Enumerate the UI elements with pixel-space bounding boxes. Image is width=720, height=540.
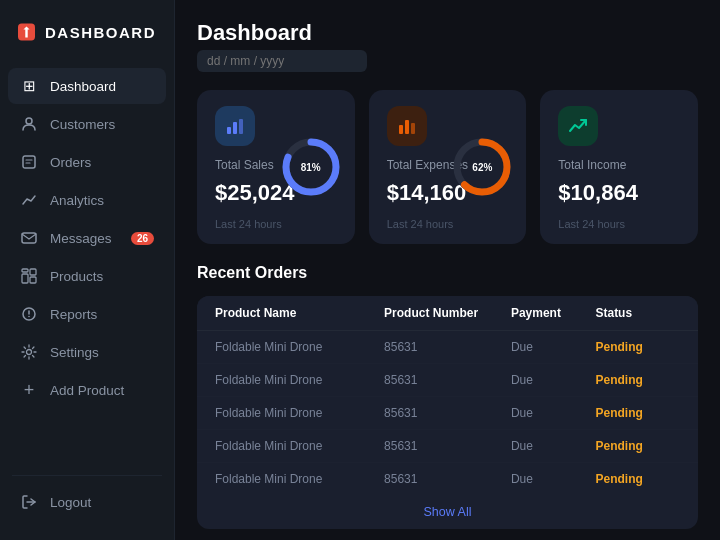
table-row: Foldable Mini Drone 85631 Due Pending [197, 430, 698, 463]
sidebar-item-label: Products [50, 269, 103, 284]
table-row: Foldable Mini Drone 85631 Due Pending [197, 397, 698, 430]
total-sales-footer: Last 24 hours [215, 218, 337, 230]
sidebar-item-customers[interactable]: Customers [8, 106, 166, 142]
total-expenses-donut: 62% [452, 137, 512, 197]
sidebar-item-label: Analytics [50, 193, 104, 208]
recent-orders-section: Recent Orders Product Name Product Numbe… [197, 264, 698, 529]
cell-status: Pending [595, 340, 680, 354]
sidebar-item-dashboard[interactable]: ⊞ Dashboard [8, 68, 166, 104]
sidebar-item-products[interactable]: Products [8, 258, 166, 294]
cell-status: Pending [595, 406, 680, 420]
analytics-icon [20, 191, 38, 209]
table-row: Foldable Mini Drone 85631 Due Pending [197, 331, 698, 364]
total-income-footer: Last 24 hours [558, 218, 680, 230]
cell-status: Pending [595, 373, 680, 387]
table-row: Foldable Mini Drone 85631 Due Pending [197, 364, 698, 397]
orders-icon [20, 153, 38, 171]
products-icon [20, 267, 38, 285]
cell-product-name: Foldable Mini Drone [215, 373, 384, 387]
sidebar-title: DASHBOARD [45, 24, 156, 41]
svg-point-13 [28, 316, 30, 318]
cell-payment: Due [511, 406, 596, 420]
total-expenses-icon-wrap [387, 106, 427, 146]
customers-icon [20, 115, 38, 133]
svg-rect-10 [22, 269, 28, 272]
sidebar-item-label: Reports [50, 307, 97, 322]
bar-chart-icon [224, 115, 246, 137]
total-income-icon-wrap [558, 106, 598, 146]
sidebar-item-label: Orders [50, 155, 91, 170]
svg-rect-8 [30, 269, 36, 275]
page-title: Dashboard [197, 20, 698, 46]
table-row: Foldable Mini Drone 85631 Due Pending [197, 463, 698, 495]
date-input[interactable] [197, 50, 367, 72]
logout-icon [20, 493, 38, 511]
col-product-name: Product Name [215, 306, 384, 320]
svg-rect-7 [22, 274, 28, 283]
sidebar-item-logout[interactable]: Logout [8, 484, 166, 520]
show-all-button[interactable]: Show All [197, 495, 698, 529]
main-header: Dashboard [197, 20, 698, 72]
sidebar-item-orders[interactable]: Orders [8, 144, 166, 180]
card-total-sales: Total Sales $25,024 Last 24 hours 81% [197, 90, 355, 244]
messages-icon [20, 229, 38, 247]
sidebar-item-label: Dashboard [50, 79, 116, 94]
cell-status: Pending [595, 472, 680, 486]
cell-product-name: Foldable Mini Drone [215, 340, 384, 354]
sidebar-item-analytics[interactable]: Analytics [8, 182, 166, 218]
table-body: Foldable Mini Drone 85631 Due Pending Fo… [197, 331, 698, 495]
cell-product-name: Foldable Mini Drone [215, 439, 384, 453]
cell-product-number: 85631 [384, 472, 511, 486]
card-total-expenses: Total Expenses $14,160 Last 24 hours 62% [369, 90, 527, 244]
sidebar-item-label: Logout [50, 495, 91, 510]
dashboard-icon: ⊞ [20, 77, 38, 95]
sidebar-item-label: Settings [50, 345, 99, 360]
total-expenses-percent: 62% [472, 162, 492, 173]
cards-row: Total Sales $25,024 Last 24 hours 81% T [197, 90, 698, 244]
svg-rect-18 [239, 119, 243, 134]
sidebar-item-add-product[interactable]: + Add Product [8, 372, 166, 408]
svg-rect-22 [405, 120, 409, 134]
messages-badge: 26 [131, 232, 154, 245]
col-payment: Payment [511, 306, 596, 320]
logo-icon [18, 18, 35, 46]
sidebar-item-messages[interactable]: Messages 26 [8, 220, 166, 256]
svg-point-14 [27, 350, 32, 355]
cell-product-number: 85631 [384, 340, 511, 354]
table-header: Product Name Product Number Payment Stat… [197, 296, 698, 331]
main-content: Dashboard Total Sales $25,024 Last 24 ho… [175, 0, 720, 540]
svg-point-2 [26, 118, 32, 124]
svg-rect-17 [233, 122, 237, 134]
sidebar-item-label: Customers [50, 117, 115, 132]
svg-rect-21 [399, 125, 403, 134]
sidebar-divider [12, 475, 162, 476]
expenses-icon [396, 115, 418, 137]
col-product-number: Product Number [384, 306, 511, 320]
svg-rect-16 [227, 127, 231, 134]
cell-product-number: 85631 [384, 439, 511, 453]
total-income-label: Total Income [558, 158, 680, 172]
svg-rect-23 [411, 123, 415, 134]
sidebar-nav: ⊞ Dashboard Customers Orders Analytics [0, 68, 174, 467]
total-sales-percent: 81% [301, 162, 321, 173]
sidebar-item-reports[interactable]: Reports [8, 296, 166, 332]
total-expenses-footer: Last 24 hours [387, 218, 509, 230]
add-icon: + [20, 381, 38, 399]
sidebar-item-label: Messages [50, 231, 112, 246]
sidebar-bottom: Logout [0, 484, 174, 530]
cell-status: Pending [595, 439, 680, 453]
recent-orders-title: Recent Orders [197, 264, 698, 282]
cell-product-number: 85631 [384, 373, 511, 387]
svg-rect-9 [30, 277, 36, 283]
cell-payment: Due [511, 439, 596, 453]
cell-payment: Due [511, 340, 596, 354]
sidebar: DASHBOARD ⊞ Dashboard Customers Orders A… [0, 0, 175, 540]
sidebar-item-settings[interactable]: Settings [8, 334, 166, 370]
cell-product-name: Foldable Mini Drone [215, 472, 384, 486]
cell-product-name: Foldable Mini Drone [215, 406, 384, 420]
card-total-income: Total Income $10,864 Last 24 hours [540, 90, 698, 244]
svg-rect-6 [22, 233, 36, 243]
reports-icon [20, 305, 38, 323]
income-icon [567, 115, 589, 137]
orders-table: Product Name Product Number Payment Stat… [197, 296, 698, 529]
